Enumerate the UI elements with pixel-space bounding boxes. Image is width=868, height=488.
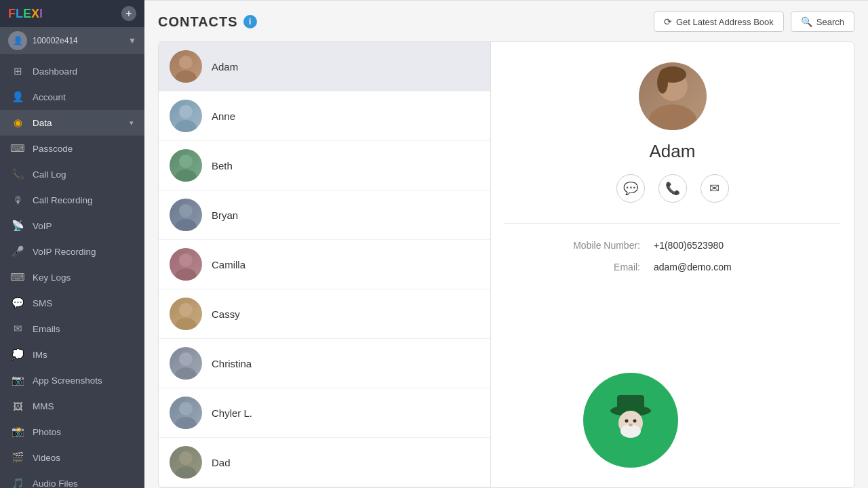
contact-item[interactable]: Christina [159,339,490,388]
contact-list: Adam Anne Beth [159,42,491,487]
emails-icon: ✉ [11,322,24,336]
sidebar-item-videos[interactable]: 🎬 Videos [0,445,144,470]
contact-item[interactable]: Anne [159,92,490,141]
detail-name: Adam [650,141,696,162]
mascot-icon [604,392,658,449]
email-value: adam@demo.com [654,262,732,272]
sidebar-item-voip-recording[interactable]: 🎤 VoIP Recording [0,239,144,264]
sidebar-item-passcode[interactable]: ⌨ Passcode [0,136,144,161]
email-field-row: Email: adam@demo.com [532,262,813,272]
avatar [170,298,202,330]
sidebar-item-data[interactable]: ◉ Data ▾ [0,110,144,136]
mascot-circle [583,373,678,468]
svg-point-7 [175,219,197,231]
device-bar[interactable]: 👤 100002e414 ▼ [0,27,144,54]
main-content: CONTACTS i ⟳ Get Latest Address Book 🔍 S… [144,0,868,488]
contact-item[interactable]: Cassy [159,289,490,339]
mms-icon: 🖼 [11,399,24,413]
sidebar-item-audio-files[interactable]: 🎵 Audio Files [0,470,144,488]
call-recording-icon: 🎙 [11,193,24,207]
sidebar-item-label: App Screenshots [33,375,134,386]
info-icon[interactable]: i [243,15,257,28]
voip-icon: 📡 [11,219,24,232]
sidebar-item-label: Passcode [33,144,134,154]
chat-icon: 💬 [623,181,638,196]
email-action-button[interactable]: ✉ [701,174,729,203]
account-icon: 👤 [11,90,24,104]
sidebar-item-label: Account [33,92,134,102]
mobile-field-row: Mobile Number: +1(800)6523980 [532,240,813,251]
sidebar-item-label: MMS [33,401,134,411]
contact-name: Anne [212,110,235,122]
message-action-button[interactable]: 💬 [616,174,645,203]
sidebar-item-call-log[interactable]: 📞 Call Log [0,161,144,187]
sidebar-item-ims[interactable]: 💭 IMs [0,342,144,367]
mobile-label: Mobile Number: [532,240,640,251]
svg-point-5 [175,169,197,182]
sidebar-item-label: Key Logs [33,272,134,283]
svg-point-4 [179,155,193,168]
contact-item[interactable]: Chyler L. [159,388,490,438]
get-address-book-button[interactable]: ⟳ Get Latest Address Book [654,12,784,32]
sidebar-item-app-screenshots[interactable]: 📷 App Screenshots [0,367,144,393]
sidebar: FLEXI + 👤 100002e414 ▼ ⊞ Dashboard 👤 Acc… [0,0,144,488]
svg-point-0 [179,56,193,69]
contact-name: Dad [212,457,231,468]
device-name: 100002e414 [33,36,123,45]
voip-recording-icon: 🎤 [11,245,24,258]
svg-point-13 [175,367,197,380]
svg-point-9 [175,268,197,281]
sidebar-item-account[interactable]: 👤 Account [0,84,144,110]
svg-point-12 [179,352,193,366]
contact-item[interactable]: Camilla [159,240,490,289]
chevron-down-icon: ▼ [128,36,136,45]
svg-point-21 [657,72,668,94]
detail-avatar [639,62,707,130]
avatar [170,199,202,231]
avatar [170,149,202,182]
sidebar-item-label: Audio Files [33,479,134,489]
svg-point-1 [175,70,197,83]
contact-name: Adam [212,61,238,73]
sidebar-item-label: Emails [33,324,134,334]
contacts-title-row: CONTACTS i [158,14,257,30]
svg-point-6 [179,204,193,218]
nav-items: ⊞ Dashboard 👤 Account ◉ Data ▾ ⌨ Passcod… [0,54,144,488]
sidebar-item-mms[interactable]: 🖼 MMS [0,393,144,419]
avatar [170,100,202,132]
contact-name: Bryan [212,209,238,221]
svg-point-27 [625,420,629,423]
sidebar-item-label: Photos [33,427,134,437]
contact-item[interactable]: Dad [159,438,490,487]
mobile-value: +1(800)6523980 [654,240,724,251]
call-log-icon: 📞 [11,167,24,181]
contact-item[interactable]: Adam [159,42,490,92]
svg-point-15 [175,417,197,429]
svg-point-16 [179,451,193,465]
contact-name: Christina [212,358,252,369]
sidebar-item-emails[interactable]: ✉ Emails [0,316,144,342]
sidebar-item-key-logs[interactable]: ⌨ Key Logs [0,264,144,290]
sidebar-item-label: SMS [33,298,134,308]
contacts-body: Adam Anne Beth [158,41,854,488]
sidebar-item-sms[interactable]: 💬 SMS [0,290,144,316]
contact-name: Cassy [212,308,240,320]
contact-item[interactable]: Bryan [159,190,490,240]
svg-point-17 [175,466,197,479]
sync-icon: ⟳ [664,16,672,27]
svg-point-28 [633,420,637,423]
sidebar-header: FLEXI + [0,0,144,27]
add-device-button[interactable]: + [121,6,136,21]
sidebar-item-voip[interactable]: 📡 VoIP [0,213,144,239]
phone-icon: 📞 [665,181,680,196]
header-buttons: ⟳ Get Latest Address Book 🔍 Search [654,12,854,32]
contact-item[interactable]: Beth [159,141,490,190]
sidebar-item-photos[interactable]: 📸 Photos [0,419,144,445]
sidebar-item-dashboard[interactable]: ⊞ Dashboard [0,58,144,84]
sidebar-item-call-recording[interactable]: 🎙 Call Recording [0,187,144,213]
page-title: CONTACTS [158,14,238,30]
detail-actions: 💬 📞 ✉ [616,174,729,203]
dashboard-icon: ⊞ [11,64,24,78]
call-action-button[interactable]: 📞 [658,174,687,203]
search-button[interactable]: 🔍 Search [791,12,854,32]
